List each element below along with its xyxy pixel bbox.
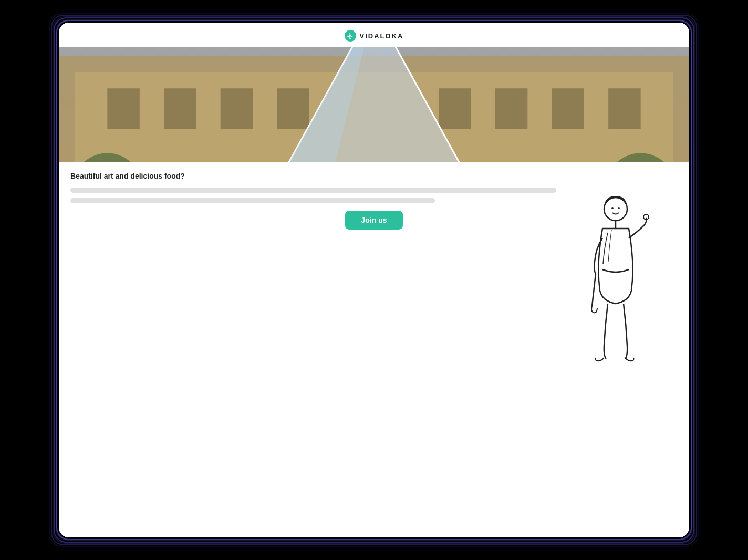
card4-logo-text: VIDALOKA [360,32,404,40]
louvre-svg [59,47,689,162]
svg-rect-35 [439,88,471,129]
card4-placeholder-2 [70,198,435,203]
plane-icon-4 [347,33,354,39]
svg-rect-37 [552,88,584,129]
character-svg [574,191,658,369]
card4-hero [59,47,689,162]
svg-point-48 [611,207,614,209]
svg-point-47 [604,198,627,221]
character-figure [574,191,658,369]
card4-header: VIDALOKA [59,23,689,47]
svg-rect-31 [107,88,140,129]
svg-point-49 [618,207,620,209]
card4-placeholder-1 [70,188,556,193]
svg-rect-34 [277,88,309,129]
card4-logo-icon [345,30,356,42]
svg-rect-36 [495,88,528,129]
card4-join-button[interactable]: Join us [345,211,402,230]
svg-line-52 [592,274,596,306]
svg-rect-32 [164,88,196,129]
svg-rect-38 [608,88,641,129]
card4-body-title: Beautiful art and delicious food? [70,172,678,180]
svg-rect-33 [221,88,253,129]
main-scene: VIDALOKA Plan your next adventure [59,23,689,537]
